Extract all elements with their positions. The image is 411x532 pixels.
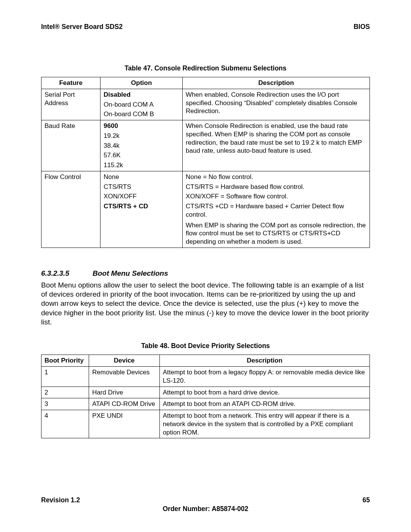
table48-h1: Device bbox=[89, 355, 160, 367]
footer-order: Order Number: A85874-002 bbox=[41, 505, 370, 513]
description-cell: When enabled, Console Redirection uses t… bbox=[183, 89, 370, 120]
option-value: XON/XOFF bbox=[104, 192, 179, 201]
option-value: 9600 bbox=[104, 122, 179, 130]
description-line: When Console Redirection is enabled, use… bbox=[186, 122, 366, 155]
description-cell: None = No flow control.CTS/RTS = Hardwar… bbox=[183, 171, 370, 248]
page-footer: Revision 1.2 65 Order Number: A85874-002 bbox=[41, 496, 370, 513]
description-line: CTS/RTS +CD = Hardware based + Carrier D… bbox=[186, 202, 366, 219]
description-cell: Attempt to boot from a legacy floppy A: … bbox=[159, 367, 370, 387]
option-value: CTS/RTS + CD bbox=[104, 202, 179, 211]
table-row: 3ATAPI CD-ROM DriveAttempt to boot from … bbox=[41, 398, 370, 410]
option-value: On-board COM A bbox=[104, 101, 179, 109]
option-value: On-board COM B bbox=[104, 110, 179, 118]
feature-cell: Baud Rate bbox=[41, 120, 100, 171]
header-left: Intel® Server Board SDS2 bbox=[41, 23, 123, 31]
section-body: Boot Menu options allow the user to sele… bbox=[41, 281, 370, 327]
table48-h0: Boot Priority bbox=[41, 355, 89, 367]
device-cell: ATAPI CD-ROM Drive bbox=[89, 398, 160, 410]
table48-caption: Table 48. Boot Device Priority Selection… bbox=[41, 342, 370, 350]
section-number: 6.3.2.3.5 bbox=[41, 269, 91, 278]
table48: Boot Priority Device Description 1Remova… bbox=[41, 355, 370, 438]
table47: Feature Option Description Serial Port A… bbox=[41, 77, 370, 248]
table-row: Feature Option Description bbox=[41, 77, 370, 89]
option-value: 57.6K bbox=[104, 151, 179, 160]
option-value: 19.2k bbox=[104, 132, 179, 140]
table47-h0: Feature bbox=[41, 77, 100, 89]
device-cell: Hard Drive bbox=[89, 387, 160, 398]
table48-h2: Description bbox=[159, 355, 370, 367]
table-row: Serial Port AddressDisabledOn-board COM … bbox=[41, 89, 370, 120]
section-title: Boot Menu Selections bbox=[92, 269, 168, 277]
table-row: Boot Priority Device Description bbox=[41, 355, 370, 367]
footer-page: 65 bbox=[363, 496, 370, 504]
option-value: Disabled bbox=[104, 91, 179, 99]
description-cell: Attempt to boot from a network. This ent… bbox=[159, 410, 370, 438]
description-line: None = No flow control. bbox=[186, 173, 366, 181]
table-row: 2Hard DriveAttempt to boot from a hard d… bbox=[41, 387, 370, 398]
table-row: Baud Rate960019.2k38.4k57.6K115.2kWhen C… bbox=[41, 120, 370, 171]
option-value: 115.2k bbox=[104, 161, 179, 169]
option-value: 38.4k bbox=[104, 142, 179, 150]
table47-h1: Option bbox=[100, 77, 183, 89]
option-cell: 960019.2k38.4k57.6K115.2k bbox=[100, 120, 183, 171]
table47-h2: Description bbox=[183, 77, 370, 89]
description-line: CTS/RTS = Hardware based flow control. bbox=[186, 183, 366, 191]
page-header: Intel® Server Board SDS2 BIOS bbox=[41, 23, 370, 31]
option-value: None bbox=[104, 173, 179, 181]
table-row: Flow ControlNoneCTS/RTSXON/XOFFCTS/RTS +… bbox=[41, 171, 370, 248]
description-cell: Attempt to boot from a hard drive device… bbox=[159, 387, 370, 398]
priority-cell: 4 bbox=[41, 410, 89, 438]
priority-cell: 3 bbox=[41, 398, 89, 410]
feature-cell: Flow Control bbox=[41, 171, 100, 248]
description-cell: When Console Redirection is enabled, use… bbox=[183, 120, 370, 171]
priority-cell: 1 bbox=[41, 367, 89, 387]
table-row: 4PXE UNDIAttempt to boot from a network.… bbox=[41, 410, 370, 438]
table-row: 1Removable DevicesAttempt to boot from a… bbox=[41, 367, 370, 387]
option-cell: NoneCTS/RTSXON/XOFFCTS/RTS + CD bbox=[100, 171, 183, 248]
section-heading: 6.3.2.3.5 Boot Menu Selections bbox=[41, 269, 370, 278]
option-cell: DisabledOn-board COM AOn-board COM B bbox=[100, 89, 183, 120]
description-block: When EMP is sharing the COM port as cons… bbox=[186, 221, 366, 246]
description-line: XON/XOFF = Software flow control. bbox=[186, 192, 366, 201]
header-right: BIOS bbox=[354, 23, 370, 31]
option-value: CTS/RTS bbox=[104, 183, 179, 191]
priority-cell: 2 bbox=[41, 387, 89, 398]
device-cell: PXE UNDI bbox=[89, 410, 160, 438]
table47-caption: Table 47. Console Redirection Submenu Se… bbox=[41, 64, 370, 72]
device-cell: Removable Devices bbox=[89, 367, 160, 387]
footer-revision: Revision 1.2 bbox=[41, 496, 80, 504]
description-cell: Attempt to boot from an ATAPI CD-ROM dri… bbox=[159, 398, 370, 410]
feature-cell: Serial Port Address bbox=[41, 89, 100, 120]
description-line: When enabled, Console Redirection uses t… bbox=[186, 91, 366, 115]
